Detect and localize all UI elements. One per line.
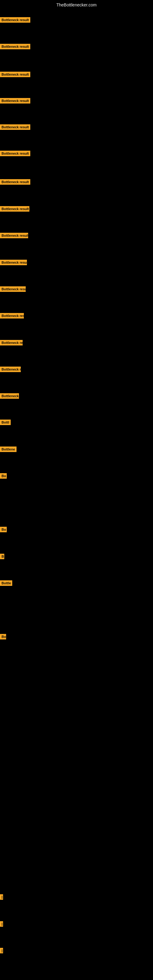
bottleneck-badge-24[interactable]: | (0, 921, 3, 927)
bottleneck-badge-7[interactable]: Bottleneck result (0, 179, 30, 185)
bottleneck-badge-22[interactable]: Bo (0, 634, 6, 640)
bottleneck-badge-18[interactable]: Bo (0, 473, 7, 479)
bottleneck-badge-4[interactable]: Bottleneck result (0, 98, 30, 103)
bottleneck-badge-11[interactable]: Bottleneck resu (0, 286, 26, 292)
bottleneck-badge-2[interactable]: Bottleneck result (0, 44, 30, 49)
site-title: TheBottlenecker.com (0, 0, 153, 10)
bottleneck-badge-3[interactable]: Bottleneck result (0, 72, 30, 77)
bottleneck-badge-14[interactable]: Bottleneck re (0, 367, 21, 372)
bottleneck-badge-1[interactable]: Bottleneck result (0, 17, 30, 23)
bottleneck-badge-20[interactable]: B (0, 554, 4, 559)
bottleneck-badge-5[interactable]: Bottleneck result (0, 124, 30, 130)
bottleneck-badge-12[interactable]: Bottleneck res (0, 313, 24, 318)
bottleneck-badge-17[interactable]: Bottlene (0, 447, 16, 452)
bottleneck-badge-13[interactable]: Bottleneck res (0, 340, 22, 345)
bottleneck-badge-25[interactable]: | (0, 948, 3, 953)
bottleneck-badge-21[interactable]: Bottle (0, 580, 12, 586)
bottleneck-badge-15[interactable]: Bottleneck (0, 393, 19, 399)
bottleneck-badge-10[interactable]: Bottleneck result (0, 260, 27, 265)
bottleneck-badge-23[interactable]: | (0, 894, 3, 900)
bottleneck-badge-9[interactable]: Bottleneck result (0, 233, 28, 238)
bottleneck-badge-19[interactable]: Bo (0, 527, 7, 532)
bottleneck-badge-6[interactable]: Bottleneck result (0, 151, 30, 156)
bottleneck-badge-8[interactable]: Bottleneck result (0, 206, 29, 212)
bottleneck-badge-16[interactable]: Bottl (0, 420, 11, 425)
